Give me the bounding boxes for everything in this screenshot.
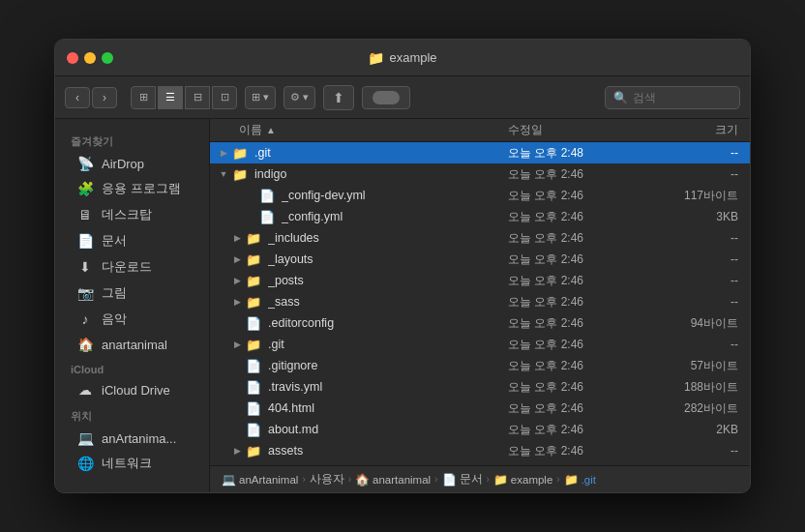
title-folder-icon: 📁 (368, 50, 384, 66)
col-date-header[interactable]: 수정일 (508, 122, 663, 138)
table-row[interactable]: ▶ 📁 _sass 오늘 오후 2:46 -- (210, 291, 750, 312)
sidebar-item-airdrop[interactable]: 📡 AirDrop (61, 152, 203, 175)
col-name-header[interactable]: 이름 ▲ (210, 122, 508, 138)
file-size-label: 117바이트 (663, 188, 750, 204)
sidebar-item-pictures[interactable]: 📷 그림 (61, 281, 203, 306)
file-date-label: 오늘 오후 2:46 (508, 422, 663, 438)
sidebar-item-label: anArtanima... (102, 431, 176, 446)
file-size-label: -- (663, 444, 750, 458)
file-date-label: 오늘 오후 2:48 (508, 145, 663, 162)
share-button[interactable]: ⬆ (323, 85, 354, 110)
table-row[interactable]: 📄 about.md 오늘 오후 2:46 2KB (210, 419, 750, 440)
file-date-label: 오늘 오후 2:46 (508, 315, 663, 332)
file-size-label: -- (663, 231, 750, 245)
table-row[interactable]: ▼ 📁 indigo 오늘 오후 2:46 -- (210, 163, 750, 185)
bc-item-2[interactable]: 🏠 anartanimal (355, 473, 431, 487)
forward-button[interactable]: › (92, 87, 117, 108)
gallery-view-button[interactable]: ⊡ (212, 86, 237, 109)
doc-bc-icon: 📄 (442, 473, 457, 487)
chevron-down-icon: ▾ (263, 91, 269, 103)
folder-icon: 📁 (232, 146, 248, 161)
table-row[interactable]: ▶ 📁 .git 오늘 오후 2:48 -- (210, 142, 750, 163)
list-view-button[interactable]: ☰ (158, 86, 183, 109)
col-size-header[interactable]: 크기 (663, 122, 750, 138)
file-name-label: _config-dev.yml (282, 189, 366, 202)
icon-view-button[interactable]: ⊞ (131, 86, 156, 109)
share-icon: ⬆ (333, 90, 344, 105)
file-date-label: 오늘 오후 2:46 (508, 273, 663, 289)
bc-sep: › (487, 474, 490, 485)
file-name-label: about.md (268, 423, 318, 436)
bc-sep: › (434, 474, 437, 485)
table-row[interactable]: 📄 _config.yml 오늘 오후 2:46 3KB (210, 206, 750, 227)
file-name-label: .git (254, 146, 271, 160)
table-row[interactable]: 📄 404.html 오늘 오후 2:46 282바이트 (210, 398, 750, 419)
sidebar-item-location1[interactable]: 💻 anArtanima... (61, 427, 203, 450)
bc-label-5: .git (581, 474, 596, 486)
table-row[interactable]: ▶ 📁 _includes 오늘 오후 2:46 -- (210, 227, 750, 249)
bc-item-5[interactable]: 📁 .git (564, 473, 596, 487)
table-row[interactable]: ▶ 📁 assets 오늘 오후 2:46 -- (210, 440, 750, 461)
bc-item-3[interactable]: 📄 문서 (442, 472, 483, 487)
file-size-label: 188바이트 (663, 379, 750, 396)
table-row[interactable]: ▶ 📁 _posts 오늘 오후 2:46 -- (210, 270, 750, 291)
sidebar-item-music[interactable]: ♪ 음악 (61, 307, 203, 332)
laptop-icon: 💻 (76, 430, 94, 446)
bc-item-4[interactable]: 📁 example (493, 473, 552, 487)
file-size-label: -- (663, 274, 750, 287)
table-row[interactable]: 📄 _config-dev.yml 오늘 오후 2:46 117바이트 (210, 185, 750, 206)
folder-icon: 📁 (246, 338, 261, 352)
apps-icon: 🧩 (76, 181, 94, 196)
column-headers: 이름 ▲ 수정일 크기 (210, 119, 750, 142)
expand-arrow-icon: ▶ (231, 276, 243, 285)
table-row[interactable]: 📄 .editorconfig 오늘 오후 2:46 94바이트 (210, 312, 750, 334)
home-icon: 🏠 (76, 337, 94, 352)
sidebar-item-icloud[interactable]: ☁ iCloud Drive (61, 378, 203, 401)
view-options-dropdown[interactable]: ⊞ ▾ (245, 86, 276, 109)
file-config-icon: 📄 (246, 316, 261, 331)
table-row[interactable]: ▶ 📁 _layouts 오늘 오후 2:46 -- (210, 249, 750, 270)
gear-icon: ⚙ (290, 91, 300, 103)
file-md-icon: 📄 (246, 423, 261, 437)
minimize-button[interactable] (84, 52, 96, 64)
folder-icon: 📁 (246, 274, 261, 288)
tag-button[interactable] (362, 86, 410, 109)
col-name-label: 이름 (239, 122, 262, 138)
sidebar-item-downloads[interactable]: ⬇ 다운로드 (61, 254, 203, 280)
sidebar-item-documents[interactable]: 📄 문서 (61, 228, 203, 253)
sidebar-item-apps[interactable]: 🧩 응용 프로그램 (61, 176, 203, 201)
bc-item-1[interactable]: 사용자 (310, 472, 344, 487)
file-size-label: -- (663, 295, 750, 309)
sidebar-item-network[interactable]: 🌐 네트워크 (61, 451, 203, 476)
file-pane: 이름 ▲ 수정일 크기 ▶ 📁 .git 오늘 (210, 119, 750, 492)
locations-label: 위치 (55, 405, 209, 426)
sidebar-item-anartanimal[interactable]: 🏠 anartanimal (61, 333, 203, 356)
sort-arrow-icon: ▲ (266, 125, 276, 135)
bc-label-2: anartanimal (373, 474, 431, 486)
table-row[interactable]: ▶ 📁 .git 오늘 오후 2:46 -- (210, 334, 750, 355)
tag-oval (373, 91, 400, 104)
bc-item-0[interactable]: 💻 anArtanimal (222, 473, 298, 487)
expand-arrow-icon: ▶ (231, 340, 243, 349)
bc-label-4: example (511, 474, 552, 486)
maximize-button[interactable] (102, 52, 113, 64)
chevron-down-icon2: ▾ (303, 91, 309, 103)
col-size-label: 크기 (715, 123, 738, 136)
bc-sep: › (302, 474, 305, 485)
search-box[interactable]: 🔍 (605, 86, 740, 109)
search-input[interactable] (633, 91, 731, 104)
close-button[interactable] (67, 52, 78, 64)
file-date-label: 오늘 오후 2:46 (508, 294, 663, 310)
documents-icon: 📄 (76, 233, 94, 249)
back-button[interactable]: ‹ (65, 87, 90, 108)
bc-label-1: 사용자 (310, 472, 344, 487)
table-row[interactable]: 📄 .gitignore 오늘 오후 2:46 57바이트 (210, 355, 750, 376)
titlebar: 📁 example (55, 40, 750, 76)
actions-dropdown[interactable]: ⚙ ▾ (283, 86, 315, 109)
file-name-label: .editorconfig (268, 316, 334, 330)
sidebar-item-desktop[interactable]: 🖥 데스크탑 (61, 202, 203, 227)
table-row[interactable]: 📄 .travis.yml 오늘 오후 2:46 188바이트 (210, 376, 750, 398)
column-view-button[interactable]: ⊟ (185, 86, 210, 109)
grid-icon: ⊞ (252, 91, 260, 103)
file-size-label: 282바이트 (663, 400, 750, 417)
